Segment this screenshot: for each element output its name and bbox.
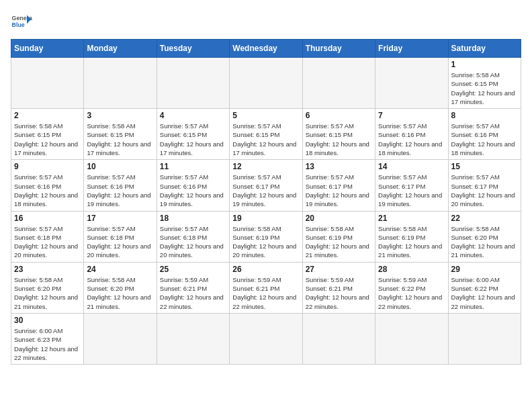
calendar-day-cell: 6Sunrise: 5:57 AM Sunset: 6:15 PM Daylig… xyxy=(302,109,375,160)
day-number: 9 xyxy=(14,162,81,171)
day-info: Sunrise: 5:57 AM Sunset: 6:15 PM Dayligh… xyxy=(232,122,299,157)
calendar-day-cell: 24Sunrise: 5:58 AM Sunset: 6:20 PM Dayli… xyxy=(84,262,157,313)
day-number: 30 xyxy=(14,316,81,325)
calendar-day-cell: 8Sunrise: 5:57 AM Sunset: 6:16 PM Daylig… xyxy=(448,109,521,160)
calendar-day-cell: 9Sunrise: 5:57 AM Sunset: 6:16 PM Daylig… xyxy=(11,160,84,211)
day-number: 26 xyxy=(232,265,299,274)
day-info: Sunrise: 5:57 AM Sunset: 6:17 PM Dayligh… xyxy=(232,173,299,208)
day-number: 13 xyxy=(306,162,372,171)
day-info: Sunrise: 5:57 AM Sunset: 6:18 PM Dayligh… xyxy=(14,224,81,260)
day-info: Sunrise: 5:57 AM Sunset: 6:17 PM Dayligh… xyxy=(451,173,518,208)
day-info: Sunrise: 5:58 AM Sunset: 6:15 PM Dayligh… xyxy=(87,122,153,157)
calendar-day-cell: 30Sunrise: 6:00 AM Sunset: 6:23 PM Dayli… xyxy=(11,313,84,364)
day-number: 23 xyxy=(14,265,81,274)
page-header: General Blue xyxy=(11,11,521,32)
day-number: 19 xyxy=(232,214,299,223)
weekday-header-monday: Monday xyxy=(84,40,157,58)
day-number: 1 xyxy=(451,60,518,69)
weekday-header-sunday: Sunday xyxy=(11,40,84,58)
day-info: Sunrise: 5:57 AM Sunset: 6:16 PM Dayligh… xyxy=(160,173,226,208)
day-number: 18 xyxy=(160,214,226,223)
day-info: Sunrise: 6:00 AM Sunset: 6:23 PM Dayligh… xyxy=(14,326,81,362)
day-number: 4 xyxy=(160,111,226,120)
calendar-table: SundayMondayTuesdayWednesdayThursdayFrid… xyxy=(11,39,521,365)
calendar-day-cell: 4Sunrise: 5:57 AM Sunset: 6:15 PM Daylig… xyxy=(157,109,229,160)
day-info: Sunrise: 5:57 AM Sunset: 6:18 PM Dayligh… xyxy=(160,224,226,260)
day-number: 15 xyxy=(451,162,518,171)
day-number: 11 xyxy=(160,162,226,171)
weekday-header-wednesday: Wednesday xyxy=(230,40,302,58)
weekday-header-friday: Friday xyxy=(375,40,448,58)
calendar-day-cell: 21Sunrise: 5:58 AM Sunset: 6:19 PM Dayli… xyxy=(375,211,448,262)
calendar-day-cell xyxy=(375,58,448,109)
day-info: Sunrise: 5:58 AM Sunset: 6:20 PM Dayligh… xyxy=(14,275,81,311)
calendar-day-cell xyxy=(302,313,375,364)
day-number: 22 xyxy=(451,214,518,223)
day-number: 14 xyxy=(378,162,445,171)
calendar-day-cell: 23Sunrise: 5:58 AM Sunset: 6:20 PM Dayli… xyxy=(11,262,84,313)
day-number: 16 xyxy=(14,214,81,223)
calendar-day-cell: 14Sunrise: 5:57 AM Sunset: 6:17 PM Dayli… xyxy=(375,160,448,211)
day-info: Sunrise: 5:57 AM Sunset: 6:16 PM Dayligh… xyxy=(451,122,518,157)
weekday-header-tuesday: Tuesday xyxy=(157,40,229,58)
day-number: 29 xyxy=(451,265,518,274)
day-number: 10 xyxy=(87,162,153,171)
calendar-day-cell: 18Sunrise: 5:57 AM Sunset: 6:18 PM Dayli… xyxy=(157,211,229,262)
day-info: Sunrise: 5:58 AM Sunset: 6:20 PM Dayligh… xyxy=(87,275,153,311)
day-number: 8 xyxy=(451,111,518,120)
day-number: 21 xyxy=(378,214,445,223)
calendar-day-cell xyxy=(448,313,521,364)
calendar-day-cell xyxy=(84,58,157,109)
calendar-week-row: 9Sunrise: 5:57 AM Sunset: 6:16 PM Daylig… xyxy=(11,160,521,211)
calendar-day-cell xyxy=(84,313,157,364)
calendar-week-row: 23Sunrise: 5:58 AM Sunset: 6:20 PM Dayli… xyxy=(11,262,521,313)
calendar-day-cell: 26Sunrise: 5:59 AM Sunset: 6:21 PM Dayli… xyxy=(230,262,302,313)
calendar-day-cell: 7Sunrise: 5:57 AM Sunset: 6:16 PM Daylig… xyxy=(375,109,448,160)
weekday-header-saturday: Saturday xyxy=(448,40,521,58)
calendar-day-cell: 1Sunrise: 5:58 AM Sunset: 6:15 PM Daylig… xyxy=(448,58,521,109)
calendar-day-cell: 13Sunrise: 5:57 AM Sunset: 6:17 PM Dayli… xyxy=(302,160,375,211)
calendar-day-cell: 3Sunrise: 5:58 AM Sunset: 6:15 PM Daylig… xyxy=(84,109,157,160)
calendar-week-row: 1Sunrise: 5:58 AM Sunset: 6:15 PM Daylig… xyxy=(11,58,521,109)
day-info: Sunrise: 5:57 AM Sunset: 6:18 PM Dayligh… xyxy=(87,224,153,260)
day-number: 20 xyxy=(306,214,372,223)
day-number: 2 xyxy=(14,111,81,120)
calendar-day-cell: 25Sunrise: 5:59 AM Sunset: 6:21 PM Dayli… xyxy=(157,262,229,313)
day-info: Sunrise: 5:57 AM Sunset: 6:17 PM Dayligh… xyxy=(378,173,445,208)
calendar-day-cell xyxy=(157,313,229,364)
calendar-day-cell: 5Sunrise: 5:57 AM Sunset: 6:15 PM Daylig… xyxy=(230,109,302,160)
calendar-day-cell: 20Sunrise: 5:58 AM Sunset: 6:19 PM Dayli… xyxy=(302,211,375,262)
day-info: Sunrise: 5:59 AM Sunset: 6:21 PM Dayligh… xyxy=(160,275,226,311)
day-info: Sunrise: 5:59 AM Sunset: 6:22 PM Dayligh… xyxy=(378,275,445,311)
day-info: Sunrise: 5:58 AM Sunset: 6:20 PM Dayligh… xyxy=(451,224,518,260)
calendar-day-cell xyxy=(375,313,448,364)
day-number: 25 xyxy=(160,265,226,274)
calendar-day-cell: 12Sunrise: 5:57 AM Sunset: 6:17 PM Dayli… xyxy=(230,160,302,211)
day-number: 17 xyxy=(87,214,153,223)
day-number: 27 xyxy=(306,265,372,274)
day-info: Sunrise: 5:58 AM Sunset: 6:19 PM Dayligh… xyxy=(232,224,299,260)
calendar-day-cell: 15Sunrise: 5:57 AM Sunset: 6:17 PM Dayli… xyxy=(448,160,521,211)
calendar-day-cell: 10Sunrise: 5:57 AM Sunset: 6:16 PM Dayli… xyxy=(84,160,157,211)
svg-text:Blue: Blue xyxy=(12,21,25,28)
calendar-day-cell: 22Sunrise: 5:58 AM Sunset: 6:20 PM Dayli… xyxy=(448,211,521,262)
calendar-day-cell: 16Sunrise: 5:57 AM Sunset: 6:18 PM Dayli… xyxy=(11,211,84,262)
day-number: 6 xyxy=(306,111,372,120)
calendar-week-row: 16Sunrise: 5:57 AM Sunset: 6:18 PM Dayli… xyxy=(11,211,521,262)
calendar-week-row: 30Sunrise: 6:00 AM Sunset: 6:23 PM Dayli… xyxy=(11,313,521,364)
calendar-day-cell: 11Sunrise: 5:57 AM Sunset: 6:16 PM Dayli… xyxy=(157,160,229,211)
day-info: Sunrise: 5:58 AM Sunset: 6:19 PM Dayligh… xyxy=(306,224,372,260)
weekday-header-row: SundayMondayTuesdayWednesdayThursdayFrid… xyxy=(11,40,521,58)
day-info: Sunrise: 5:57 AM Sunset: 6:16 PM Dayligh… xyxy=(14,173,81,208)
day-info: Sunrise: 5:57 AM Sunset: 6:16 PM Dayligh… xyxy=(378,122,445,157)
day-info: Sunrise: 5:58 AM Sunset: 6:15 PM Dayligh… xyxy=(14,122,81,157)
calendar-day-cell xyxy=(302,58,375,109)
calendar-week-row: 2Sunrise: 5:58 AM Sunset: 6:15 PM Daylig… xyxy=(11,109,521,160)
day-number: 3 xyxy=(87,111,153,120)
calendar-day-cell: 27Sunrise: 5:59 AM Sunset: 6:21 PM Dayli… xyxy=(302,262,375,313)
day-info: Sunrise: 5:58 AM Sunset: 6:15 PM Dayligh… xyxy=(451,71,518,106)
day-info: Sunrise: 5:57 AM Sunset: 6:16 PM Dayligh… xyxy=(87,173,153,208)
weekday-header-thursday: Thursday xyxy=(302,40,375,58)
day-info: Sunrise: 5:59 AM Sunset: 6:21 PM Dayligh… xyxy=(306,275,372,311)
day-info: Sunrise: 5:57 AM Sunset: 6:15 PM Dayligh… xyxy=(306,122,372,157)
